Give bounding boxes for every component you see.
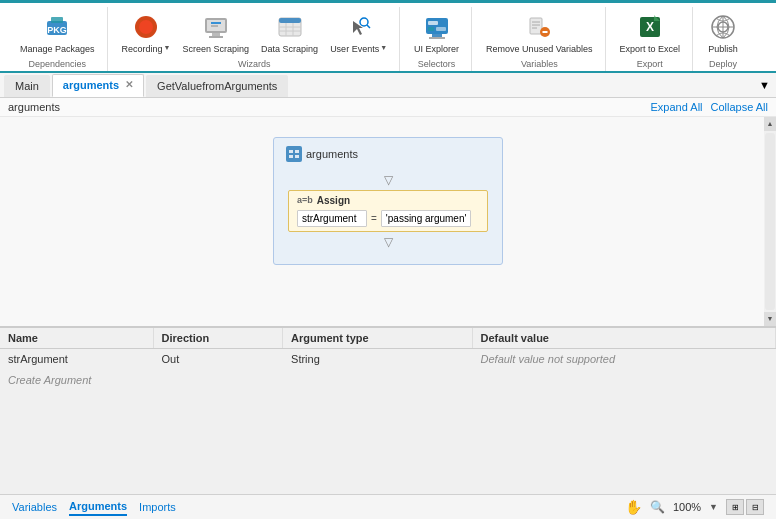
arrow-down-2: ▽	[380, 234, 396, 250]
hand-tool-button[interactable]: ✋	[625, 499, 642, 515]
svg-rect-7	[212, 33, 220, 36]
screen-scraping-label: Screen Scraping	[183, 44, 250, 55]
arguments-table: Name Direction Argument type Default val…	[0, 328, 776, 427]
ribbon-group-dependencies: PKG Manage Packages Dependencies	[8, 7, 108, 71]
arrow-down-1: ▽	[380, 172, 396, 188]
zoom-dropdown-button[interactable]: ▼	[709, 502, 718, 512]
assign-title: a=b Assign	[297, 195, 479, 206]
arg-type: String	[283, 348, 472, 369]
svg-line-18	[367, 25, 370, 28]
svg-rect-37	[289, 150, 293, 153]
assign-label: Assign	[317, 195, 350, 206]
svg-point-17	[360, 18, 368, 26]
manage-packages-button[interactable]: PKG Manage Packages	[16, 9, 99, 57]
export-excel-label: Export to Excel	[620, 44, 681, 55]
ui-explorer-label: UI Explorer	[414, 44, 459, 55]
tab-get-value[interactable]: GetValuefromArguments	[146, 75, 288, 97]
export-excel-button[interactable]: X Export to Excel	[616, 9, 685, 57]
svg-text:PKG: PKG	[48, 25, 68, 35]
svg-rect-38	[295, 150, 299, 153]
svg-rect-21	[428, 27, 434, 31]
ui-explorer-button[interactable]: UI Explorer	[410, 9, 463, 57]
table-header: Name Direction Argument type Default val…	[0, 328, 776, 349]
sequence-title: arguments	[286, 146, 490, 162]
tab-arguments-close[interactable]: ✕	[125, 79, 133, 90]
svg-rect-19	[426, 18, 448, 34]
assign-row: strArgument = 'passing argumen'	[297, 210, 479, 227]
assign-box[interactable]: a=b Assign strArgument = 'passing argume…	[288, 190, 488, 232]
data-scraping-button[interactable]: Data Scraping	[257, 9, 322, 57]
svg-point-4	[139, 20, 153, 34]
data-scraping-label: Data Scraping	[261, 44, 318, 55]
canvas-scrollbar: ▲ ▼	[764, 117, 776, 326]
col-type: Argument type	[283, 328, 472, 349]
workflow-container: arguments ▽ a=b Assign strArgument = 'pa…	[273, 137, 503, 265]
user-events-icon	[343, 11, 375, 43]
bottom-bar: Variables Arguments Imports ✋ 🔍 100% ▼ ⊞…	[0, 494, 776, 519]
sequence-icon	[286, 146, 302, 162]
tab-dropdown-button[interactable]: ▼	[753, 73, 776, 97]
tab-get-value-label: GetValuefromArguments	[157, 80, 277, 92]
user-events-button[interactable]: User Events ▼	[326, 9, 391, 57]
table-row[interactable]: strArgument Out String Default value not…	[0, 348, 776, 369]
tab-main-label: Main	[15, 80, 39, 92]
tab-main[interactable]: Main	[4, 75, 50, 97]
manage-packages-icon: PKG	[41, 11, 73, 43]
arguments-bottom-tab[interactable]: Arguments	[69, 498, 127, 516]
arguments-table-container: Name Direction Argument type Default val…	[0, 327, 776, 427]
fit-page-button[interactable]: ⊟	[746, 499, 764, 515]
remove-unused-button[interactable]: Remove Unused Variables	[482, 9, 596, 57]
assign-value: 'passing argumen'	[381, 210, 472, 227]
tab-arguments[interactable]: arguments ✕	[52, 74, 144, 97]
user-events-label: User Events	[330, 44, 379, 55]
recording-label: Recording	[122, 44, 163, 55]
ribbon-group-selectors: UI Explorer Selectors	[402, 7, 472, 71]
table-header-row: Name Direction Argument type Default val…	[0, 328, 776, 349]
zoom-fit-buttons: ⊞ ⊟	[726, 499, 764, 515]
svg-rect-22	[436, 27, 446, 31]
arg-name: strArgument	[0, 348, 153, 369]
svg-rect-12	[279, 18, 301, 23]
collapse-all-button[interactable]: Collapse All	[711, 101, 768, 113]
col-direction: Direction	[153, 328, 283, 349]
expand-all-button[interactable]: Expand All	[651, 101, 703, 113]
create-argument-label: Create Argument	[0, 369, 776, 390]
svg-text:X: X	[646, 20, 654, 34]
svg-rect-1	[51, 17, 63, 23]
manage-packages-label: Manage Packages	[20, 44, 95, 55]
screen-scraping-button[interactable]: Screen Scraping	[179, 9, 254, 57]
workflow-header: arguments Expand All Collapse All	[0, 98, 776, 117]
create-argument-row[interactable]: Create Argument	[0, 369, 776, 390]
svg-rect-24	[429, 37, 445, 39]
fit-width-button[interactable]: ⊞	[726, 499, 744, 515]
publish-label: Publish	[708, 44, 738, 55]
recording-icon	[130, 11, 162, 43]
ribbon: PKG Manage Packages Dependencies	[0, 3, 776, 73]
svg-rect-40	[295, 155, 299, 158]
scroll-down-button[interactable]: ▼	[764, 312, 776, 326]
screen-scraping-icon	[200, 11, 232, 43]
wizards-group-label: Wizards	[118, 57, 392, 71]
zoom-level: 100%	[673, 501, 701, 513]
zoom-search-button[interactable]: 🔍	[650, 500, 665, 514]
publish-button[interactable]: Publish	[703, 9, 743, 57]
variables-group-label: Variables	[482, 57, 596, 71]
bottom-right: ✋ 🔍 100% ▼ ⊞ ⊟	[625, 499, 764, 515]
sequence-label: arguments	[306, 148, 358, 160]
ribbon-group-variables: Remove Unused Variables Variables	[474, 7, 605, 71]
ribbon-group-export: X Export to Excel Export	[608, 7, 694, 71]
col-name: Name	[0, 328, 153, 349]
ui-explorer-icon	[421, 11, 453, 43]
selectors-group-label: Selectors	[410, 57, 463, 71]
ribbon-top: PKG Manage Packages Dependencies	[8, 7, 768, 71]
variables-tab[interactable]: Variables	[12, 499, 57, 515]
assign-icon: a=b	[297, 195, 313, 205]
imports-tab[interactable]: Imports	[139, 499, 176, 515]
workflow-title: arguments	[8, 101, 60, 113]
scroll-up-button[interactable]: ▲	[764, 117, 776, 131]
scroll-track	[765, 133, 775, 310]
recording-button[interactable]: Recording ▼	[118, 9, 175, 57]
recording-arrow: ▼	[164, 44, 171, 51]
assign-equals: =	[371, 213, 377, 224]
data-scraping-icon	[274, 11, 306, 43]
